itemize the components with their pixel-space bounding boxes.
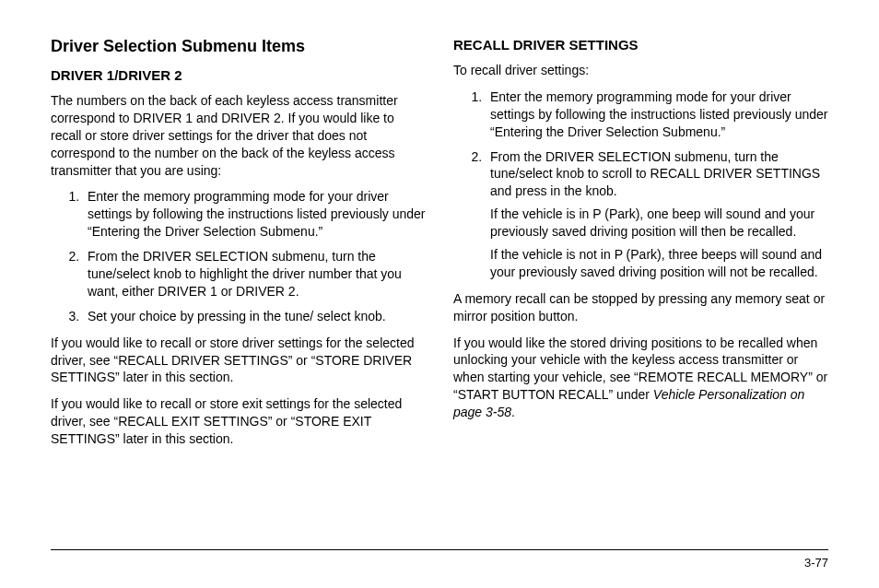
left-after-1: If you would like to recall or store dri… xyxy=(51,335,426,387)
left-after-2: If you would like to recall or store exi… xyxy=(51,395,426,448)
right-steps: Enter the memory programming mode for yo… xyxy=(486,88,828,281)
list-item: From the DRIVER SELECTION submenu, turn … xyxy=(486,148,828,281)
after2-post: . xyxy=(511,405,515,419)
left-column: Driver Selection Submenu Items DRIVER 1/… xyxy=(51,37,426,457)
step-text: From the DRIVER SELECTION submenu, turn … xyxy=(490,149,820,199)
list-item: Set your choice by pressing in the tune/… xyxy=(83,308,426,325)
page-number: 3-77 xyxy=(804,556,828,570)
list-item: From the DRIVER SELECTION submenu, turn … xyxy=(83,248,426,300)
step-note: If the vehicle is not in P (Park), three… xyxy=(490,246,828,281)
list-item: Enter the memory programming mode for yo… xyxy=(83,188,426,241)
left-steps: Enter the memory programming mode for yo… xyxy=(83,188,426,324)
step-text: Enter the memory programming mode for yo… xyxy=(490,89,828,139)
left-intro: The numbers on the back of each keyless … xyxy=(51,92,426,179)
right-intro: To recall driver settings: xyxy=(453,62,828,79)
step-note: If the vehicle is in P (Park), one beep … xyxy=(490,206,828,241)
main-heading: Driver Selection Submenu Items xyxy=(51,37,426,56)
right-after-2: If you would like the stored driving pos… xyxy=(453,335,828,421)
sub-heading-recall: RECALL DRIVER SETTINGS xyxy=(453,37,828,53)
content-columns: Driver Selection Submenu Items DRIVER 1/… xyxy=(51,37,828,457)
list-item: Enter the memory programming mode for yo… xyxy=(486,88,828,141)
right-column: RECALL DRIVER SETTINGS To recall driver … xyxy=(453,37,828,457)
sub-heading-driver12: DRIVER 1/DRIVER 2 xyxy=(51,67,426,83)
right-after-1: A memory recall can be stopped by pressi… xyxy=(453,290,828,325)
page-footer: 3-77 xyxy=(51,549,828,570)
